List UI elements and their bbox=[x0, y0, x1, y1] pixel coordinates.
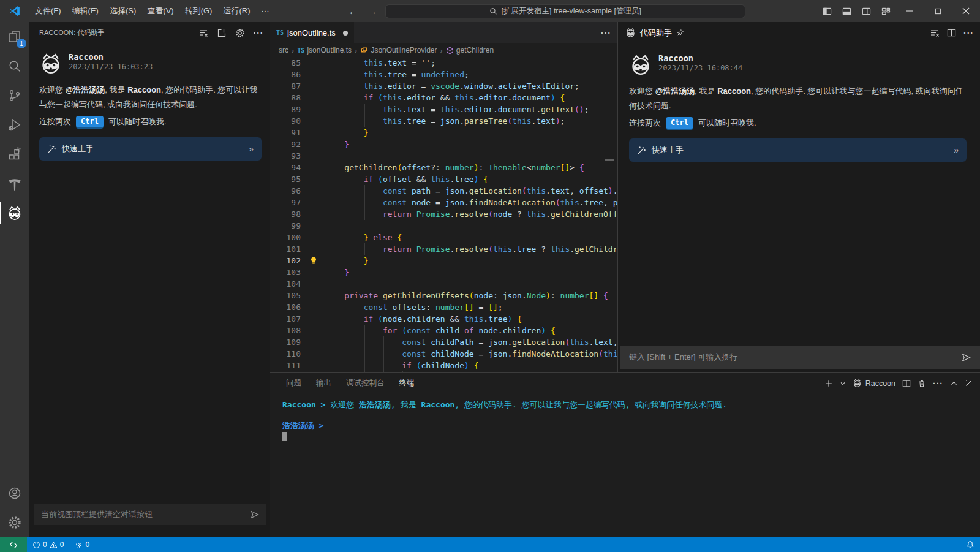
quick-start-button[interactable]: 快速上手 » bbox=[39, 137, 262, 161]
line-number: 90 bbox=[270, 115, 301, 127]
bell-icon bbox=[966, 540, 974, 549]
ctrl-hint-line: 连按两次 Ctrl 可以随时召唤我. bbox=[39, 116, 262, 127]
menu-item[interactable]: 文件(F) bbox=[29, 4, 67, 18]
sidebar-chat-input[interactable]: 当前视图顶栏提供清空对话按钮 bbox=[34, 504, 266, 525]
terminal-output[interactable]: Raccoon > 欢迎您 浩浩汤汤, 我是 Raccoon, 您的代码助手. … bbox=[270, 393, 980, 441]
vscode-logo-icon bbox=[0, 6, 29, 17]
panel-tab[interactable]: 调试控制台 bbox=[340, 373, 391, 393]
line-number: 107 bbox=[270, 313, 301, 325]
panel-tab[interactable]: 问题 bbox=[280, 373, 307, 393]
toggle-sidebar-icon[interactable] bbox=[817, 0, 837, 22]
menu-item[interactable]: 查看(V) bbox=[141, 4, 179, 18]
breadcrumb-method[interactable]: getChildren bbox=[446, 46, 494, 55]
code-line: 88 if (this.editor && this.editor.docume… bbox=[270, 92, 617, 104]
line-number: 88 bbox=[270, 92, 301, 104]
panel-more-icon[interactable]: ··· bbox=[933, 379, 943, 388]
raccoon-view-icon[interactable] bbox=[0, 198, 29, 228]
clear-conversation-icon[interactable] bbox=[197, 26, 210, 40]
split-editor-icon[interactable] bbox=[947, 28, 956, 37]
sidebar-title: RACCOON: 代码助手 bbox=[39, 28, 197, 37]
extensions-icon[interactable] bbox=[0, 140, 29, 169]
explorer-icon[interactable]: 1 bbox=[0, 22, 29, 51]
send-icon[interactable] bbox=[961, 352, 971, 363]
line-number: 109 bbox=[270, 336, 301, 348]
terminal-profile-chevron-icon[interactable] bbox=[840, 380, 846, 387]
code-editor[interactable]: 85 this.text = '';86 this.tree = undefin… bbox=[270, 57, 617, 372]
editor-scrollbar-marker[interactable] bbox=[605, 159, 614, 161]
code-line: 101 return Promise.resolve(this.tree ? t… bbox=[270, 243, 617, 255]
ts-file-icon: TS bbox=[297, 47, 304, 54]
source-control-icon[interactable] bbox=[0, 81, 29, 110]
clear-conversation-icon[interactable] bbox=[930, 28, 940, 38]
raccoon-editor-panel: 代码助手 ··· Raccoon 2023/11/23 16:08:44 欢迎您… bbox=[617, 22, 980, 372]
customize-layout-icon[interactable] bbox=[876, 0, 895, 22]
welcome-message: 欢迎您 @浩浩汤汤, 我是 Raccoon, 您的代码助手. 您可以让我与您一起… bbox=[629, 84, 967, 113]
new-chat-icon[interactable] bbox=[215, 26, 228, 40]
ctrl-key-badge: Ctrl bbox=[666, 117, 693, 129]
sidebar-header: RACCOON: 代码助手 ··· bbox=[29, 22, 270, 43]
tab-jsonoutline[interactable]: TS jsonOutline.ts bbox=[270, 22, 354, 43]
ports-status[interactable]: 0 bbox=[69, 537, 95, 552]
status-bar: 0 0 0 bbox=[0, 537, 980, 552]
right-chat-body: Raccoon 2023/11/23 16:08:44 欢迎您 @浩浩汤汤, 我… bbox=[618, 43, 980, 338]
remote-indicator[interactable] bbox=[0, 537, 27, 552]
line-number: 97 bbox=[270, 197, 301, 208]
minimize-button[interactable] bbox=[895, 0, 924, 22]
menu-bar: 文件(F)编辑(E)选择(S)查看(V)转到(G)运行(R)··· bbox=[29, 0, 274, 22]
modified-dot-icon[interactable] bbox=[343, 31, 348, 36]
editor-actions-more-icon[interactable]: ··· bbox=[601, 22, 617, 43]
sidebar-more-icon[interactable]: ··· bbox=[252, 26, 265, 40]
run-debug-icon[interactable] bbox=[0, 110, 29, 140]
split-terminal-icon[interactable] bbox=[902, 379, 911, 388]
tab-code-assistant[interactable]: 代码助手 bbox=[625, 28, 684, 39]
maximize-panel-icon[interactable] bbox=[950, 379, 958, 387]
terminal-line bbox=[282, 431, 980, 441]
tree-view-sample-icon[interactable] bbox=[0, 169, 29, 198]
breadcrumb-class[interactable]: JsonOutlineProvider bbox=[360, 46, 437, 55]
panel-tab[interactable]: 终端 bbox=[393, 373, 421, 393]
settings-gear-icon[interactable] bbox=[0, 508, 29, 537]
menu-item[interactable]: 运行(R) bbox=[217, 4, 255, 18]
right-panel-more-icon[interactable]: ··· bbox=[963, 28, 974, 38]
menu-item[interactable]: ··· bbox=[255, 4, 274, 18]
pin-icon[interactable] bbox=[676, 29, 684, 37]
sidebar-settings-icon[interactable] bbox=[233, 26, 247, 40]
new-terminal-icon[interactable] bbox=[824, 379, 833, 388]
menu-item[interactable]: 编辑(E) bbox=[67, 4, 104, 18]
code-line: 110 const childNode = json.findNodeAtLoc… bbox=[270, 348, 617, 360]
terminal-profile[interactable]: Raccoon bbox=[853, 379, 895, 388]
nav-back-icon[interactable]: ← bbox=[346, 6, 360, 17]
line-number: 86 bbox=[270, 69, 301, 80]
breadcrumb-file[interactable]: TS jsonOutline.ts bbox=[297, 46, 352, 55]
close-panel-icon[interactable] bbox=[965, 379, 973, 387]
panel-tab[interactable]: 输出 bbox=[310, 373, 337, 393]
search-view-icon[interactable] bbox=[0, 51, 29, 81]
accounts-icon[interactable] bbox=[0, 478, 29, 508]
toggle-panel-icon[interactable] bbox=[837, 0, 856, 22]
breadcrumb: src › TS jsonOutline.ts › JsonOutlinePro… bbox=[270, 43, 617, 57]
menu-item[interactable]: 选择(S) bbox=[104, 4, 141, 18]
lightbulb-icon[interactable] bbox=[309, 256, 318, 265]
nav-forward-icon[interactable]: → bbox=[366, 6, 379, 17]
code-line: 102 } bbox=[270, 255, 617, 267]
code-line: 98 return Promise.resolve(node ? this.ge… bbox=[270, 208, 617, 220]
close-button[interactable] bbox=[952, 0, 980, 22]
code-line: 108 for (const child of node.children) { bbox=[270, 325, 617, 336]
right-chat-input[interactable]: 键入 [Shift + Enter] 可输入换行 bbox=[620, 346, 980, 369]
code-line: 90 this.tree = json.parseTree(this.text)… bbox=[270, 115, 617, 127]
search-icon bbox=[489, 7, 497, 15]
ctrl-hint-after: 可以随时召唤我. bbox=[108, 116, 167, 127]
kill-terminal-icon[interactable] bbox=[918, 379, 926, 388]
panel-tabs: 问题输出调试控制台终端 bbox=[280, 373, 421, 393]
maximize-button[interactable] bbox=[924, 0, 952, 22]
breadcrumb-separator: › bbox=[355, 46, 357, 55]
menu-item[interactable]: 转到(G) bbox=[179, 4, 218, 18]
quick-start-button[interactable]: 快速上手 » bbox=[629, 138, 967, 162]
send-icon[interactable] bbox=[250, 510, 260, 520]
code-line: 106 const offsets: number[] = []; bbox=[270, 301, 617, 313]
breadcrumb-src[interactable]: src bbox=[279, 46, 288, 55]
notifications-bell[interactable] bbox=[960, 537, 980, 552]
problems-status[interactable]: 0 0 bbox=[27, 537, 69, 552]
toggle-secondary-sidebar-icon[interactable] bbox=[856, 0, 876, 22]
command-center-search[interactable]: [扩展开发宿主] tree-view-sample [管理员] bbox=[385, 4, 745, 18]
